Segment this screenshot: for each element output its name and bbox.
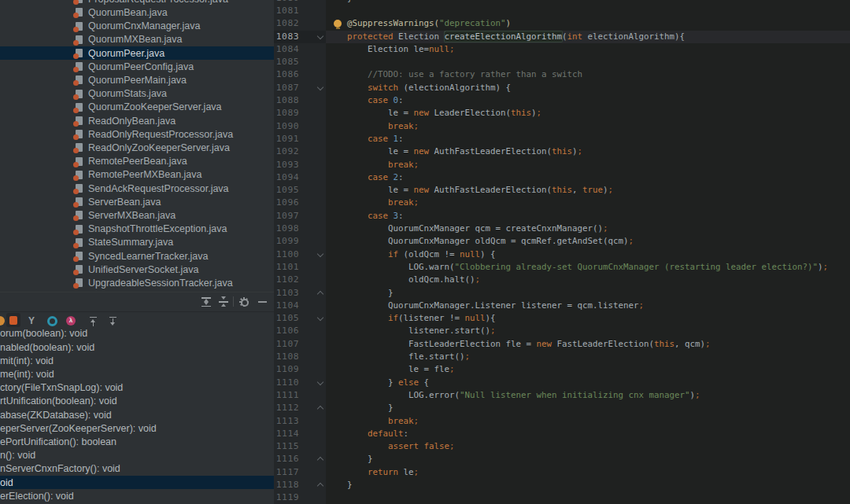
code-line: 1107 FastLeaderElection fle = new FastLe… (274, 338, 850, 351)
tree-item[interactable]: QuorumStats.java (0, 87, 274, 101)
fold-marker-collapse[interactable] (318, 34, 323, 39)
intention-bulb-icon[interactable] (334, 20, 342, 28)
code-line: 1085 (274, 56, 850, 68)
code-editor[interactable]: 1080 }10811082 @SuppressWarnings("deprec… (274, 0, 850, 504)
java-class-file-icon (76, 278, 83, 287)
tree-item[interactable]: QuorumCnxManager.java (0, 20, 274, 33)
line-number: 1109 (274, 363, 299, 376)
line-number: 1118 (274, 479, 299, 491)
tree-item[interactable]: QuorumBean.java (0, 6, 274, 19)
code-line: 1097 case 3: (274, 210, 850, 223)
tree-item[interactable]: ReadOnlyRequestProcessor.java (0, 127, 274, 141)
collapse-all-icon[interactable] (218, 296, 229, 307)
move-up-icon[interactable] (88, 316, 98, 326)
structure-item[interactable]: nabled(boolean): void (0, 340, 274, 354)
structure-item[interactable]: rtUnification(boolean): void (0, 395, 274, 408)
tree-item[interactable]: UpgradeableSessionTracker.java (0, 276, 274, 289)
line-number: 1091 (274, 133, 299, 145)
line-number: 1082 (274, 17, 299, 30)
structure-item[interactable]: orum(boolean): void (0, 327, 274, 340)
clipped-toolbar-icon[interactable] (0, 316, 5, 326)
fold-marker-collapse-end[interactable] (318, 292, 323, 297)
tree-item-label: RemotePeerBean.java (88, 156, 187, 167)
tree-item-label: ProposalRequestProcessor.java (88, 0, 228, 5)
hide-panel-icon[interactable] (257, 296, 268, 307)
tree-item[interactable]: ServerBean.java (0, 195, 274, 208)
visibility-icon[interactable] (47, 316, 57, 326)
structure-item[interactable]: ctory(FileTxnSnapLog): void (0, 381, 274, 395)
structure-item[interactable]: nServerCnxnFactory(): void (0, 462, 274, 476)
tree-item-label: RemotePeerMXBean.java (88, 169, 202, 180)
fold-marker-collapse[interactable] (318, 380, 323, 385)
tree-item-label: ReadOnlyRequestProcessor.java (88, 129, 233, 140)
line-number: 1092 (274, 145, 299, 158)
structure-item[interactable]: abase(ZKDatabase): void (0, 408, 274, 421)
code-line: 1108 fle.start(); (274, 351, 850, 363)
filter-icon[interactable]: Y (28, 316, 35, 326)
structure-item[interactable]: eperServer(ZooKeeperServer): void (0, 421, 274, 435)
java-class-file-icon (76, 171, 83, 179)
lambda-icon[interactable]: λ (66, 316, 76, 326)
tree-footer-toolbar (0, 292, 274, 311)
tree-item[interactable]: SyncedLearnerTracker.java (0, 249, 274, 263)
java-class-file-icon (76, 197, 83, 206)
structure-item[interactable]: me(int): void (0, 367, 274, 381)
tree-item[interactable]: UnifiedServerSocket.java (0, 263, 274, 276)
structure-item[interactable]: oid (0, 476, 274, 489)
code-line: 1102 oldQcm.halt(); (274, 274, 850, 286)
line-number: 1084 (274, 43, 299, 56)
code-line: 1095 le = new AuthFastLeaderElection(thi… (274, 184, 850, 197)
tree-item[interactable]: ReadOnlyBean.java (0, 114, 274, 127)
tree-item-label: QuorumMXBean.java (88, 34, 183, 45)
line-number: 1085 (274, 56, 299, 68)
line-number: 1081 (274, 5, 299, 17)
fold-marker-collapse-end[interactable] (318, 458, 323, 463)
line-number: 1088 (274, 94, 299, 107)
structure-item[interactable]: n(): void (0, 449, 274, 462)
tree-item[interactable]: ServerMXBean.java (0, 208, 274, 222)
expand-all-icon[interactable] (201, 296, 212, 307)
fold-marker-collapse-end[interactable] (318, 407, 323, 412)
line-number: 1107 (274, 338, 299, 351)
tree-item[interactable]: QuorumMXBean.java (0, 33, 274, 46)
line-number: 1101 (274, 261, 299, 274)
tree-item-label: ServerBean.java (88, 197, 161, 208)
tree-item[interactable]: ReadOnlyZooKeeperServer.java (0, 141, 274, 154)
line-number: 1099 (274, 235, 299, 248)
java-class-file-icon (76, 90, 83, 98)
java-class-file-icon (76, 184, 83, 193)
line-number: 1115 (274, 440, 299, 453)
tree-item[interactable]: SendAckRequestProcessor.java (0, 182, 274, 195)
fields-icon[interactable] (9, 316, 17, 325)
code-line: 1112 } (274, 402, 850, 414)
java-class-file-icon (76, 157, 83, 166)
structure-item-label: ePortUnification(): boolean (0, 436, 116, 447)
tree-item[interactable]: StateSummary.java (0, 236, 274, 249)
structure-item[interactable]: ePortUnification(): boolean (0, 435, 274, 448)
code-line: 1114 default: (274, 428, 850, 440)
code-line: 1098 QuorumCnxManager qcm = createCnxnMa… (274, 223, 850, 235)
line-number: 1112 (274, 402, 299, 414)
structure-item[interactable]: mit(int): void (0, 354, 274, 367)
fold-marker-collapse[interactable] (318, 252, 323, 257)
tree-item[interactable]: QuorumPeerConfig.java (0, 60, 274, 73)
fold-marker-collapse[interactable] (318, 85, 323, 90)
tree-item[interactable]: QuorumZooKeeperServer.java (0, 101, 274, 114)
fold-marker-collapse[interactable] (318, 315, 323, 321)
code-line: 1084 Election le=null; (274, 43, 850, 56)
tree-item[interactable]: QuorumPeer.java (0, 46, 274, 60)
line-number: 1093 (274, 159, 299, 171)
tree-item[interactable]: QuorumPeerMain.java (0, 73, 274, 86)
structure-item[interactable]: erElection(): void (0, 489, 274, 502)
tree-item[interactable]: SnapshotThrottleException.java (0, 223, 274, 236)
tree-item[interactable]: RemotePeerBean.java (0, 155, 274, 168)
java-class-file-icon (76, 22, 83, 31)
tree-item[interactable]: ProposalRequestProcessor.java (0, 0, 274, 6)
fold-marker-collapse-end[interactable] (318, 484, 323, 489)
java-class-file-icon (76, 211, 83, 219)
structure-item-label: eperServer(ZooKeeperServer): void (0, 423, 157, 434)
move-down-icon[interactable] (108, 316, 118, 326)
settings-gear-icon[interactable] (238, 296, 249, 307)
code-line: 1096 break; (274, 197, 850, 209)
tree-item[interactable]: RemotePeerMXBean.java (0, 168, 274, 182)
